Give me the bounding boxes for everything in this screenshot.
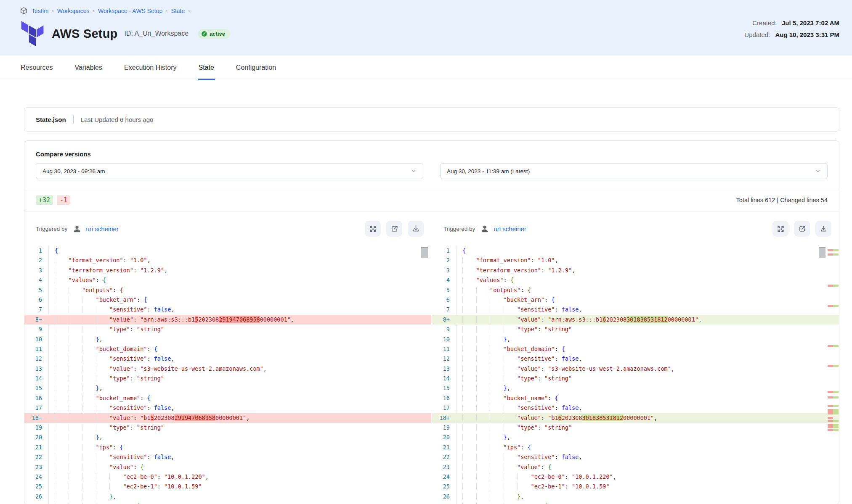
code-line: 8+ "value": "arn:aws:s3:::b1620230830183… <box>432 315 839 325</box>
breadcrumb-separator: › <box>93 8 95 14</box>
code-line: 9 "type": "string" <box>24 325 431 334</box>
breadcrumb-link[interactable]: Workspaces <box>57 8 90 14</box>
triggered-by-user[interactable]: uri scheiner <box>86 225 119 232</box>
line-number: 5 <box>24 285 49 295</box>
line-number: 5 <box>432 285 457 295</box>
breadcrumb-separator: › <box>188 8 190 14</box>
tab-variables[interactable]: Variables <box>74 55 103 80</box>
line-number: 6 <box>24 295 49 305</box>
line-number: 26 <box>24 492 49 501</box>
version-select-right[interactable]: Aug 30, 2023 - 11:39 am (Latest) <box>440 163 828 179</box>
diff-totals-text: Total lines 612 | Changed lines 54 <box>736 197 828 203</box>
line-number: 24 <box>432 472 457 482</box>
panel-actions <box>365 221 424 237</box>
ruler-diff-mark <box>828 249 839 251</box>
breadcrumb-link[interactable]: State <box>171 8 185 14</box>
tab-execution-history[interactable]: Execution History <box>123 55 178 80</box>
ruler-diff-mark <box>828 424 839 426</box>
scrollbar-thumb[interactable] <box>819 247 825 258</box>
line-number: 22 <box>24 452 49 462</box>
line-number: 7 <box>24 305 49 314</box>
code-line: 18+ "value": "b1620230830183853181200000… <box>432 413 839 423</box>
breadcrumb-link[interactable]: Testim <box>32 8 48 14</box>
ruler-diff-mark <box>828 429 839 431</box>
chevron-down-icon <box>411 168 417 174</box>
line-number: 14 <box>432 374 457 383</box>
tab-state[interactable]: State <box>198 55 215 80</box>
tab-resources[interactable]: Resources <box>20 55 53 80</box>
title-row: AWS Setup ID: A_Uri_Workspace ✓ active C… <box>20 20 839 47</box>
code-line: 10 }, <box>432 335 839 344</box>
code-line: 3 "terraform_version": "1.2.9", <box>24 266 431 275</box>
panel-header-left: Triggered by uri scheiner <box>24 211 431 246</box>
line-number: 27 <box>432 501 457 504</box>
line-number: 25 <box>24 482 49 491</box>
code-line: 16 "bucket_name": { <box>24 393 431 403</box>
version-selects: Aug 30, 2023 - 09:26 am Aug 30, 2023 - 1… <box>24 158 839 189</box>
line-number: 2 <box>24 256 49 265</box>
version-select-left-value: Aug 30, 2023 - 09:26 am <box>42 168 105 174</box>
tab-configuration[interactable]: Configuration <box>235 55 277 80</box>
line-number: 8+ <box>432 315 457 325</box>
line-number: 13 <box>432 364 457 374</box>
code-line: 24 "ec2-be-0": "10.0.1.220", <box>432 472 839 482</box>
code-line: 22 "sensitive": false, <box>24 452 431 462</box>
version-select-left[interactable]: Aug 30, 2023 - 09:26 am <box>36 163 423 179</box>
header: Testim›Workspaces›Workspace - AWS Setup›… <box>0 0 852 55</box>
code-line: 14 "type": "string" <box>432 374 839 383</box>
line-number: 11 <box>24 344 49 354</box>
line-number: 18+ <box>432 413 457 423</box>
code-line: 3 "terraform_version": "1.2.9", <box>432 266 839 275</box>
line-number: 22 <box>432 452 457 462</box>
code-line: 27 "type": [ <box>432 501 839 504</box>
code-diff-editor-right[interactable]: 1{2 "format_version": "1.0",3 "terraform… <box>432 246 839 504</box>
code-line: 2 "format_version": "1.0", <box>432 256 839 265</box>
code-line: 7 "sensitive": false, <box>24 305 431 314</box>
diff-panel-right: Triggered by uri scheiner <box>432 211 839 504</box>
created-label: Created: <box>752 19 777 26</box>
line-number: 6 <box>432 295 457 305</box>
code-diff-editor-left[interactable]: 1{2 "format_version": "1.0",3 "terraform… <box>24 246 431 504</box>
terraform-logo <box>20 20 45 47</box>
triggered-by-user[interactable]: uri scheiner <box>494 225 526 232</box>
breadcrumb: Testim›Workspaces›Workspace - AWS Setup›… <box>20 7 839 15</box>
workspace-id: ID: A_Uri_Workspace <box>124 30 188 37</box>
ruler-diff-mark <box>828 345 839 347</box>
ruler-diff-mark <box>828 253 839 256</box>
code-line: 5 "outputs": { <box>432 285 839 295</box>
code-line: 11 "bucket_domain": { <box>24 344 431 354</box>
expand-button[interactable] <box>772 221 788 237</box>
open-external-button[interactable] <box>794 221 810 237</box>
open-external-button[interactable] <box>386 221 402 237</box>
breadcrumb-link[interactable]: Workspace - AWS Setup <box>98 8 162 14</box>
code-line: 13 "value": "s3-website-us-west-2.amazon… <box>432 364 839 374</box>
external-link-icon <box>390 225 398 233</box>
user-avatar-icon <box>480 224 489 233</box>
line-number: 4 <box>432 275 457 285</box>
download-button[interactable] <box>815 221 831 237</box>
expand-icon <box>777 225 785 233</box>
code-line: 15 }, <box>432 383 839 393</box>
line-number: 1 <box>24 246 49 256</box>
line-number: 19 <box>24 423 49 433</box>
code-line: 1{ <box>24 246 431 256</box>
code-line: 14 "type": "string" <box>24 374 431 383</box>
line-number: 3 <box>432 266 457 275</box>
line-number: 14 <box>24 374 49 383</box>
code-line: 23 "value": { <box>432 462 839 472</box>
ruler-diff-mark <box>828 285 839 287</box>
cube-icon <box>20 7 28 15</box>
code-line: 12 "sensitive": false, <box>432 354 839 364</box>
compare-card: Compare versions Aug 30, 2023 - 09:26 am… <box>24 140 839 504</box>
expand-button[interactable] <box>365 221 381 237</box>
line-number: 2 <box>432 256 457 265</box>
code-line: 19 "type": "string" <box>432 423 839 433</box>
code-line: 19 "type": "string" <box>24 423 431 433</box>
scrollbar-thumb[interactable] <box>421 247 428 258</box>
download-button[interactable] <box>408 221 424 237</box>
line-number: 24 <box>24 472 49 482</box>
code-line: 4 "values": { <box>432 275 839 285</box>
expand-icon <box>369 225 377 233</box>
code-line: 27 "type": [ <box>24 501 431 504</box>
code-line: 12 "sensitive": false, <box>24 354 431 364</box>
